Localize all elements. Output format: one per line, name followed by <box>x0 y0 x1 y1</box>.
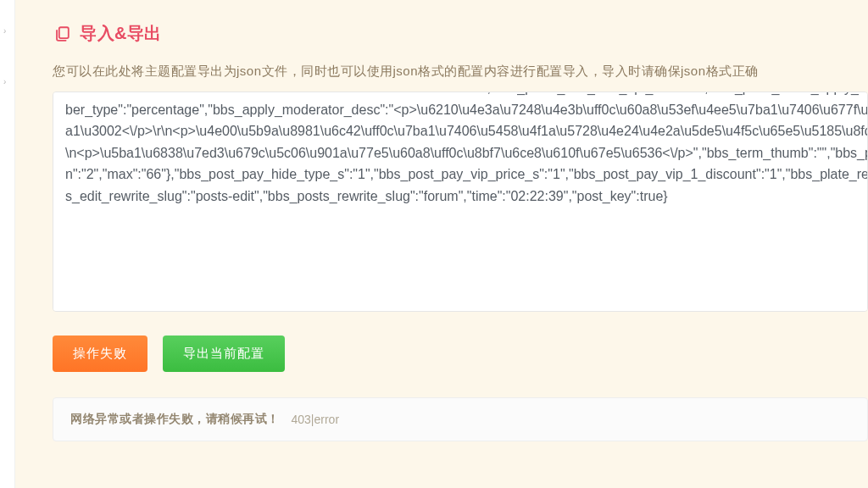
operation-failed-button[interactable]: 操作失败 <box>53 336 147 372</box>
error-alert-message: 网络异常或者操作失败，请稍候再试！ <box>70 412 280 427</box>
error-alert: 网络异常或者操作失败，请稍候再试！ 403|error <box>53 397 868 441</box>
copy-icon <box>53 25 71 43</box>
nav-expand-1[interactable]: › <box>0 22 14 41</box>
export-config-button[interactable]: 导出当前配置 <box>163 336 285 372</box>
page-title-text: 导入&导出 <box>80 22 162 45</box>
page-description: 您可以在此处将主题配置导出为json文件，同时也可以使用json格式的配置内容进… <box>53 64 868 80</box>
config-json-text[interactable]: 22\u8fce\u60a8\u7559\u4e0b\u5b9d\u8d35\u… <box>65 92 868 208</box>
config-json-input[interactable]: 22\u8fce\u60a8\u7559\u4e0b\u5b9d\u8d35\u… <box>53 92 868 312</box>
settings-panel: 导入&导出 您可以在此处将主题配置导出为json文件，同时也可以使用json格式… <box>15 0 868 488</box>
svg-rect-0 <box>59 27 69 38</box>
left-nav-sliver: › › <box>0 0 15 488</box>
page-title: 导入&导出 <box>53 22 868 45</box>
action-button-row: 操作失败 导出当前配置 <box>53 336 868 372</box>
error-alert-code: 403|error <box>292 413 340 426</box>
nav-expand-2[interactable]: › <box>0 73 14 92</box>
